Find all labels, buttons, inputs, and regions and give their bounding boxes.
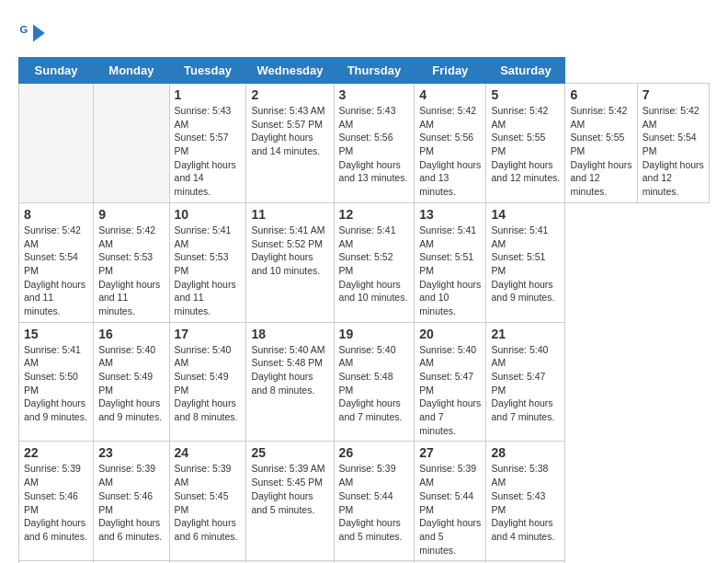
day-number: 22 [24, 445, 88, 460]
svg-marker-1 [33, 24, 45, 41]
day-info: Sunrise: 5:43 AM Sunset: 5:57 PM Dayligh… [175, 104, 242, 199]
calendar-week-row: 8 Sunrise: 5:42 AM Sunset: 5:54 PM Dayli… [19, 202, 710, 322]
day-info: Sunrise: 5:39 AM Sunset: 5:44 PM Dayligh… [419, 462, 481, 557]
calendar-cell: 7 Sunrise: 5:42 AM Sunset: 5:54 PM Dayli… [637, 84, 709, 203]
calendar-cell: 6 Sunrise: 5:42 AM Sunset: 5:55 PM Dayli… [565, 84, 637, 203]
day-info: Sunrise: 5:40 AM Sunset: 5:49 PM Dayligh… [175, 343, 242, 424]
day-number: 3 [339, 87, 410, 102]
calendar-cell [94, 84, 169, 203]
day-info: Sunrise: 5:39 AM Sunset: 5:44 PM Dayligh… [339, 462, 410, 543]
calendar-cell: 16 Sunrise: 5:40 AM Sunset: 5:49 PM Dayl… [94, 322, 169, 442]
day-info: Sunrise: 5:42 AM Sunset: 5:54 PM Dayligh… [643, 104, 704, 199]
calendar-cell: 3 Sunrise: 5:43 AM Sunset: 5:56 PM Dayli… [334, 84, 415, 203]
calendar-table: SundayMondayTuesdayWednesdayThursdayFrid… [18, 57, 710, 563]
day-number: 2 [251, 87, 328, 102]
calendar-cell: 10 Sunrise: 5:41 AM Sunset: 5:53 PM Dayl… [169, 202, 246, 322]
calendar-cell: 25 Sunrise: 5:39 AM Sunset: 5:45 PM Dayl… [246, 442, 334, 561]
day-number: 19 [339, 327, 410, 341]
calendar-cell: 17 Sunrise: 5:40 AM Sunset: 5:49 PM Dayl… [169, 322, 246, 442]
day-number: 5 [491, 87, 560, 102]
calendar-cell: 9 Sunrise: 5:42 AM Sunset: 5:53 PM Dayli… [94, 202, 169, 322]
weekday-header-sunday: Sunday [19, 58, 94, 84]
calendar-cell: 8 Sunrise: 5:42 AM Sunset: 5:54 PM Dayli… [19, 202, 94, 322]
calendar-week-row: 22 Sunrise: 5:39 AM Sunset: 5:46 PM Dayl… [19, 442, 710, 561]
day-info: Sunrise: 5:41 AM Sunset: 5:53 PM Dayligh… [175, 224, 242, 318]
day-number: 1 [175, 87, 242, 102]
weekday-header-thursday: Thursday [334, 58, 415, 84]
day-info: Sunrise: 5:43 AM Sunset: 5:56 PM Dayligh… [339, 104, 410, 185]
day-number: 20 [419, 327, 481, 341]
day-number: 8 [24, 207, 88, 222]
calendar-cell: 24 Sunrise: 5:39 AM Sunset: 5:45 PM Dayl… [169, 442, 246, 561]
calendar-cell: 13 Sunrise: 5:41 AM Sunset: 5:51 PM Dayl… [415, 202, 486, 322]
day-info: Sunrise: 5:40 AM Sunset: 5:49 PM Dayligh… [98, 343, 164, 424]
day-info: Sunrise: 5:41 AM Sunset: 5:52 PM Dayligh… [339, 224, 410, 304]
day-number: 28 [491, 445, 560, 460]
day-number: 15 [24, 327, 88, 341]
day-info: Sunrise: 5:42 AM Sunset: 5:55 PM Dayligh… [491, 104, 560, 185]
calendar-cell: 23 Sunrise: 5:39 AM Sunset: 5:46 PM Dayl… [94, 442, 169, 561]
calendar-cell: 12 Sunrise: 5:41 AM Sunset: 5:52 PM Dayl… [334, 202, 415, 322]
day-info: Sunrise: 5:42 AM Sunset: 5:55 PM Dayligh… [570, 104, 631, 199]
weekday-header-friday: Friday [415, 58, 486, 84]
header: G [18, 18, 710, 48]
day-info: Sunrise: 5:40 AM Sunset: 5:47 PM Dayligh… [419, 343, 481, 438]
day-info: Sunrise: 5:39 AM Sunset: 5:45 PM Dayligh… [175, 462, 242, 543]
day-info: Sunrise: 5:41 AM Sunset: 5:51 PM Dayligh… [419, 224, 481, 318]
day-number: 10 [175, 207, 242, 222]
calendar-cell: 1 Sunrise: 5:43 AM Sunset: 5:57 PM Dayli… [169, 84, 246, 203]
day-info: Sunrise: 5:39 AM Sunset: 5:46 PM Dayligh… [24, 462, 88, 543]
calendar-cell: 5 Sunrise: 5:42 AM Sunset: 5:55 PM Dayli… [486, 84, 565, 203]
day-info: Sunrise: 5:40 AM Sunset: 5:48 PM Dayligh… [251, 343, 328, 397]
day-info: Sunrise: 5:39 AM Sunset: 5:45 PM Dayligh… [251, 462, 328, 516]
logo-icon: G [18, 18, 48, 48]
day-info: Sunrise: 5:42 AM Sunset: 5:56 PM Dayligh… [419, 104, 481, 199]
day-number: 11 [251, 207, 328, 222]
day-info: Sunrise: 5:41 AM Sunset: 5:51 PM Dayligh… [491, 224, 560, 304]
calendar-week-row: 1 Sunrise: 5:43 AM Sunset: 5:57 PM Dayli… [19, 84, 710, 203]
calendar-cell [19, 84, 94, 203]
day-info: Sunrise: 5:40 AM Sunset: 5:47 PM Dayligh… [491, 343, 560, 424]
calendar-cell: 18 Sunrise: 5:40 AM Sunset: 5:48 PM Dayl… [246, 322, 334, 442]
day-number: 23 [98, 445, 164, 460]
day-info: Sunrise: 5:40 AM Sunset: 5:48 PM Dayligh… [339, 343, 410, 424]
calendar-cell: 27 Sunrise: 5:39 AM Sunset: 5:44 PM Dayl… [415, 442, 486, 561]
day-info: Sunrise: 5:43 AM Sunset: 5:57 PM Dayligh… [251, 104, 328, 158]
day-info: Sunrise: 5:41 AM Sunset: 5:50 PM Dayligh… [24, 343, 88, 424]
calendar-cell: 2 Sunrise: 5:43 AM Sunset: 5:57 PM Dayli… [246, 84, 334, 203]
day-number: 9 [98, 207, 164, 222]
day-number: 7 [643, 87, 704, 102]
svg-text:G: G [20, 24, 28, 35]
day-info: Sunrise: 5:42 AM Sunset: 5:54 PM Dayligh… [24, 224, 88, 318]
day-number: 6 [570, 87, 631, 102]
day-info: Sunrise: 5:38 AM Sunset: 5:43 PM Dayligh… [491, 462, 560, 543]
calendar-cell: 22 Sunrise: 5:39 AM Sunset: 5:46 PM Dayl… [19, 442, 94, 561]
day-number: 27 [419, 445, 481, 460]
day-number: 25 [251, 445, 328, 460]
calendar-cell: 28 Sunrise: 5:38 AM Sunset: 5:43 PM Dayl… [486, 442, 565, 561]
day-number: 26 [339, 445, 410, 460]
day-info: Sunrise: 5:41 AM Sunset: 5:52 PM Dayligh… [251, 224, 328, 278]
day-info: Sunrise: 5:42 AM Sunset: 5:53 PM Dayligh… [98, 224, 164, 318]
calendar-cell: 26 Sunrise: 5:39 AM Sunset: 5:44 PM Dayl… [334, 442, 415, 561]
day-number: 14 [491, 207, 560, 222]
calendar-cell: 4 Sunrise: 5:42 AM Sunset: 5:56 PM Dayli… [415, 84, 486, 203]
day-info: Sunrise: 5:39 AM Sunset: 5:46 PM Dayligh… [98, 462, 164, 543]
day-number: 21 [491, 327, 560, 341]
calendar-cell: 19 Sunrise: 5:40 AM Sunset: 5:48 PM Dayl… [334, 322, 415, 442]
weekday-header-wednesday: Wednesday [246, 58, 334, 84]
day-number: 13 [419, 207, 481, 222]
calendar-cell: 15 Sunrise: 5:41 AM Sunset: 5:50 PM Dayl… [19, 322, 94, 442]
weekday-header-tuesday: Tuesday [169, 58, 246, 84]
day-number: 18 [251, 327, 328, 341]
calendar-cell: 20 Sunrise: 5:40 AM Sunset: 5:47 PM Dayl… [415, 322, 486, 442]
day-number: 17 [175, 327, 242, 341]
day-number: 16 [98, 327, 164, 341]
day-number: 24 [175, 445, 242, 460]
calendar-week-row: 15 Sunrise: 5:41 AM Sunset: 5:50 PM Dayl… [19, 322, 710, 442]
day-number: 4 [419, 87, 481, 102]
weekday-header-monday: Monday [94, 58, 169, 84]
day-number: 12 [339, 207, 410, 222]
calendar-cell: 11 Sunrise: 5:41 AM Sunset: 5:52 PM Dayl… [246, 202, 334, 322]
weekday-header-row: SundayMondayTuesdayWednesdayThursdayFrid… [19, 58, 710, 84]
